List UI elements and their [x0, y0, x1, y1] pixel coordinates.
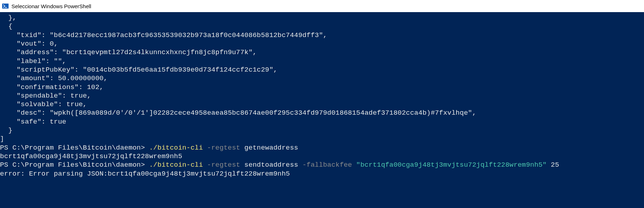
- svg-rect-0: [2, 4, 9, 9]
- json-line: "desc": "wpkh([869a089d/0'/0'/1']02282ce…: [0, 109, 476, 117]
- json-line: "safe": true: [0, 118, 66, 126]
- json-line: "amount": 50.00000000,: [0, 74, 108, 82]
- command-flag: -fallbackfee: [298, 161, 352, 169]
- command-name: ./bitcoin-cli: [149, 161, 203, 169]
- command-string-arg: "bcrt1qfa00cga9j48tj3mvjtsu72jqlft228wre…: [352, 161, 547, 169]
- prompt-line-2: PS C:\Program Files\Bitcoin\daemon> ./bi…: [0, 161, 559, 169]
- json-line: {: [0, 22, 12, 30]
- json-line: "label": "",: [0, 57, 66, 65]
- ps-prompt: PS C:\Program Files\Bitcoin\daemon>: [0, 161, 149, 169]
- command-name: ./bitcoin-cli: [149, 144, 203, 152]
- json-line: },: [0, 14, 16, 22]
- json-line: "confirmations": 102,: [0, 83, 104, 91]
- error-output: error: Error parsing JSON:bcrt1qfa00cga9…: [0, 170, 290, 178]
- command-arg: getnewaddress: [240, 144, 298, 152]
- ps-prompt: PS C:\Program Files\Bitcoin\daemon>: [0, 144, 149, 152]
- command-flag: -regtest: [203, 144, 240, 152]
- command-output: bcrt1qfa00cga9j48tj3mvjtsu72jqlft228wrem…: [0, 152, 182, 160]
- json-line: "address": "bcrt1qevpmtl27d2s4lkunncxhxn…: [0, 48, 257, 56]
- json-line: }: [0, 126, 12, 134]
- terminal-output[interactable]: }, { "txid": "b6c4d2178ecc1987acb3fc9635…: [0, 12, 644, 208]
- json-line: "solvable": true,: [0, 100, 87, 108]
- window-titlebar[interactable]: Seleccionar Windows PowerShell: [0, 0, 644, 12]
- json-line: ]: [0, 135, 4, 143]
- command-flag: -regtest: [203, 161, 240, 169]
- command-arg: 25: [547, 161, 559, 169]
- prompt-line-1: PS C:\Program Files\Bitcoin\daemon> ./bi…: [0, 144, 298, 152]
- json-line: "txid": "b6c4d2178ecc1987acb3fc963535390…: [0, 31, 327, 39]
- powershell-icon: [2, 3, 9, 9]
- json-line: "vout": 0,: [0, 40, 58, 48]
- json-line: "spendable": true,: [0, 92, 91, 100]
- window-title: Seleccionar Windows PowerShell: [11, 3, 91, 9]
- command-arg: sendtoaddress: [240, 161, 298, 169]
- json-line: "scriptPubKey": "0014cb03b5fd5e6aa15fdb9…: [0, 66, 277, 74]
